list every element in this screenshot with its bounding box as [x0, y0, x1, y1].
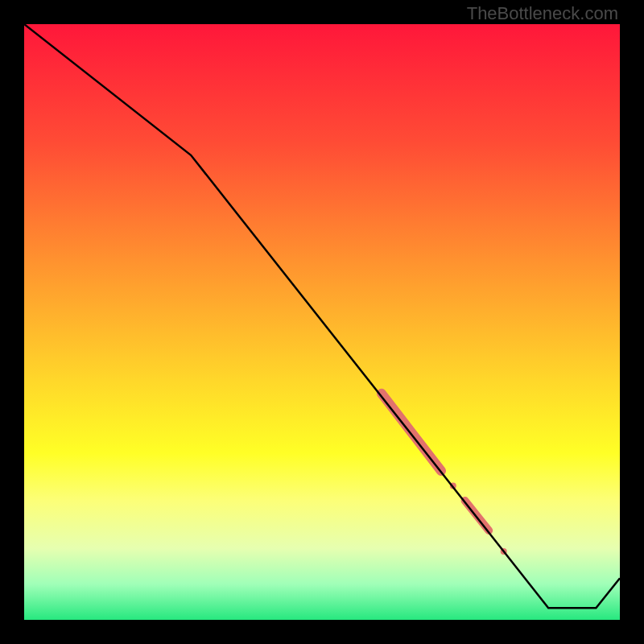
watermark-text: TheBottleneck.com	[467, 3, 618, 24]
chart-svg	[24, 24, 620, 620]
chart-plot-area	[24, 24, 620, 620]
